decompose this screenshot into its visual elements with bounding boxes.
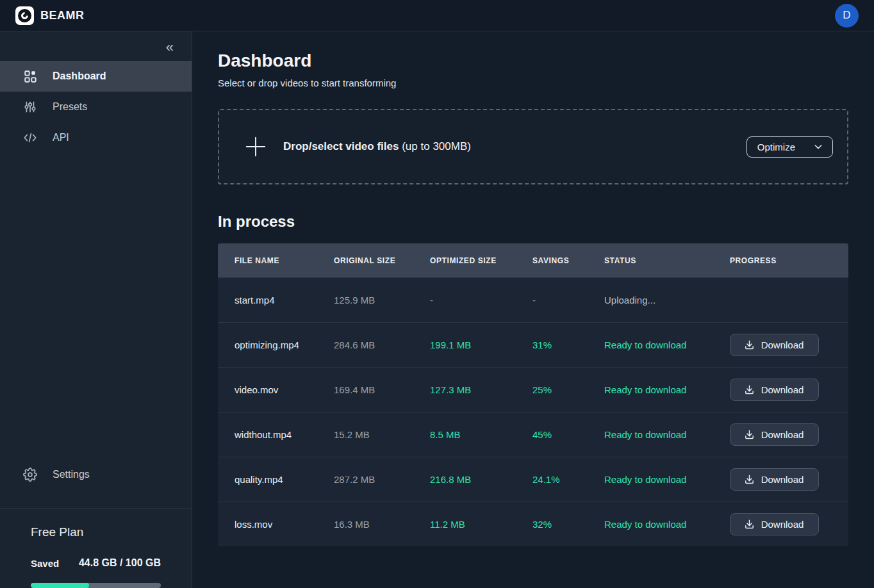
file-name: start.mp4 xyxy=(218,295,317,306)
plan-saved-value: 44.8 GB / 100 GB xyxy=(79,557,161,569)
plan-name: Free Plan xyxy=(31,525,161,539)
download-icon xyxy=(744,384,755,395)
main-content: Dashboard Select or drop videos to start… xyxy=(192,31,874,588)
brand-name: BEAMR xyxy=(40,9,85,22)
plan-usage-bar xyxy=(31,583,161,588)
optimize-dropdown-value: Optimize xyxy=(757,142,795,152)
sidebar-collapse-icon[interactable]: « xyxy=(166,40,174,54)
col-header-original-size: ORIGINAL SIZE xyxy=(317,256,413,265)
optimized-size: 199.1 MB xyxy=(413,339,516,350)
progress-cell: Download xyxy=(713,468,848,491)
progress-cell: Download xyxy=(713,423,848,446)
table-row: optimizing.mp4 284.6 MB 199.1 MB 31% Rea… xyxy=(218,322,848,367)
savings: 32% xyxy=(516,519,588,530)
in-process-title: In process xyxy=(218,213,848,231)
status: Ready to download xyxy=(588,429,713,440)
col-header-savings: SAVINGS xyxy=(516,256,588,265)
optimized-size: 11.2 MB xyxy=(413,519,516,530)
download-button[interactable]: Download xyxy=(730,379,819,401)
table-header-row: FILE NAME ORIGINAL SIZE OPTIMIZED SIZE S… xyxy=(218,243,848,277)
file-name: loss.mov xyxy=(218,519,317,530)
file-name: widthout.mp4 xyxy=(218,429,317,440)
download-icon xyxy=(744,519,755,530)
optimized-size: - xyxy=(413,295,516,306)
dropzone-title: Drop/select video files xyxy=(283,140,399,152)
original-size: 287.2 MB xyxy=(317,474,413,485)
progress-cell: Download xyxy=(713,379,848,401)
status: Ready to download xyxy=(588,474,713,485)
sidebar-item-label: Presets xyxy=(53,101,87,113)
sidebar-item-label: API xyxy=(53,132,69,143)
original-size: 125.9 MB xyxy=(317,295,413,306)
sidebar-item-label: Settings xyxy=(53,469,90,480)
page-title: Dashboard xyxy=(218,51,848,71)
col-header-file-name: FILE NAME xyxy=(218,256,317,265)
original-size: 16.3 MB xyxy=(317,519,413,530)
in-process-table: FILE NAME ORIGINAL SIZE OPTIMIZED SIZE S… xyxy=(218,243,848,546)
download-button[interactable]: Download xyxy=(730,334,819,356)
original-size: 284.6 MB xyxy=(317,339,413,350)
file-name: optimizing.mp4 xyxy=(218,339,317,350)
sidebar-item-presets[interactable]: Presets xyxy=(0,92,192,122)
optimized-size: 216.8 MB xyxy=(413,474,516,485)
page-subtitle: Select or drop videos to start transform… xyxy=(218,78,848,88)
status: Ready to download xyxy=(588,519,713,530)
beamr-logo-icon xyxy=(15,6,34,25)
savings: 45% xyxy=(516,429,588,440)
progress-cell: Download xyxy=(713,334,848,356)
optimized-size: 127.3 MB xyxy=(413,384,516,395)
status: Ready to download xyxy=(588,384,713,395)
plan-usage-bar-fill xyxy=(31,583,89,588)
status: Uploading... xyxy=(588,295,713,306)
code-icon xyxy=(23,131,37,145)
grid-icon xyxy=(23,69,37,83)
download-label: Download xyxy=(761,519,804,530)
savings: 24.1% xyxy=(516,474,588,485)
avatar-initial: D xyxy=(843,9,850,22)
file-name: quality.mp4 xyxy=(218,474,317,485)
sliders-icon xyxy=(23,100,37,114)
progress-cell: Download xyxy=(713,513,848,535)
sidebar-item-settings[interactable]: Settings xyxy=(0,459,192,490)
sidebar: « Dashboard xyxy=(0,31,192,588)
status: Ready to download xyxy=(588,339,713,350)
col-header-status: STATUS xyxy=(588,256,713,265)
table-row: start.mp4 125.9 MB - - Uploading... xyxy=(218,277,848,322)
sidebar-item-api[interactable]: API xyxy=(0,122,192,153)
sidebar-item-dashboard[interactable]: Dashboard xyxy=(0,61,192,92)
download-label: Download xyxy=(761,474,804,485)
optimize-dropdown[interactable]: Optimize xyxy=(746,136,833,158)
download-button[interactable]: Download xyxy=(730,513,819,535)
plan-saved-label: Saved xyxy=(31,558,59,569)
dropzone-text: Drop/select video files (up to 300MB) xyxy=(283,140,471,153)
original-size: 169.4 MB xyxy=(317,384,413,395)
sidebar-item-label: Dashboard xyxy=(53,70,106,82)
download-button[interactable]: Download xyxy=(730,468,819,491)
user-avatar[interactable]: D xyxy=(835,4,859,28)
savings: - xyxy=(516,295,588,306)
table-row: quality.mp4 287.2 MB 216.8 MB 24.1% Read… xyxy=(218,457,848,502)
file-name: video.mov xyxy=(218,384,317,395)
chevron-down-icon xyxy=(813,142,823,152)
dropzone-hint: (up to 300MB) xyxy=(402,140,471,152)
plus-icon xyxy=(243,135,268,159)
download-label: Download xyxy=(761,429,804,440)
plan-box: Free Plan Saved 44.8 GB / 100 GB xyxy=(0,509,192,588)
savings: 31% xyxy=(516,339,588,350)
table-row: loss.mov 16.3 MB 11.2 MB 32% Ready to do… xyxy=(218,502,848,546)
download-icon xyxy=(744,339,755,350)
col-header-optimized-size: OPTIMIZED SIZE xyxy=(413,256,516,265)
savings: 25% xyxy=(516,384,588,395)
file-dropzone[interactable]: Drop/select video files (up to 300MB) Op… xyxy=(218,109,848,184)
download-label: Download xyxy=(761,384,804,395)
download-icon xyxy=(744,429,755,440)
download-label: Download xyxy=(761,339,804,350)
sidebar-nav: Dashboard Presets xyxy=(0,61,192,153)
col-header-progress: PROGRESS xyxy=(713,256,848,265)
optimized-size: 8.5 MB xyxy=(413,429,516,440)
brand: BEAMR xyxy=(15,6,85,25)
table-row: video.mov 169.4 MB 127.3 MB 25% Ready to… xyxy=(218,367,848,412)
download-button[interactable]: Download xyxy=(730,423,819,446)
gear-icon xyxy=(23,468,37,482)
top-bar: BEAMR D xyxy=(0,0,874,31)
